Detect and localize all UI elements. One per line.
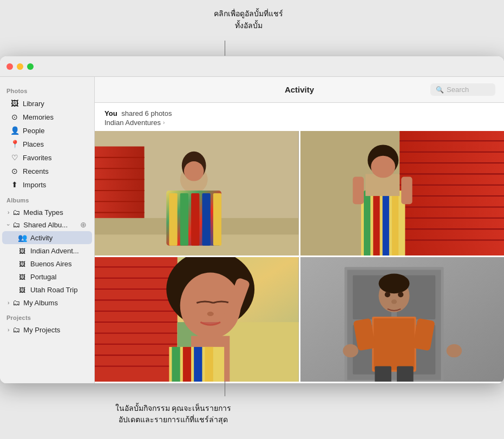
sidebar-item-places[interactable]: 📍 Places — [2, 137, 92, 150]
minimize-button[interactable] — [17, 63, 23, 70]
my-albums-icon: 🗂 — [11, 298, 21, 307]
add-shared-album-button[interactable]: ⊕ — [80, 220, 87, 229]
sidebar: Photos 🖼 Library ⊙ Memories 👤 People 📍 P… — [0, 77, 95, 383]
svg-rect-65 — [194, 347, 202, 382]
svg-rect-42 — [352, 176, 363, 204]
svg-rect-78 — [397, 366, 414, 382]
svg-rect-36 — [373, 191, 379, 255]
svg-rect-37 — [382, 191, 389, 255]
svg-rect-35 — [364, 191, 370, 255]
albums-section-label: Albums — [0, 192, 94, 206]
search-icon: 🔍 — [436, 86, 444, 94]
photos-section-label: Photos — [0, 82, 94, 96]
imports-icon: ⬆ — [10, 180, 19, 189]
svg-point-60 — [207, 312, 214, 316]
library-icon: 🖼 — [10, 99, 19, 108]
svg-rect-76 — [374, 318, 414, 370]
photo-cell-1[interactable] — [95, 131, 299, 255]
portugal-icon: 🖼 — [17, 273, 27, 281]
sidebar-item-activity[interactable]: 👥 Activity — [2, 231, 92, 244]
outer-wrapper: คลิกเพื่อดูอัลบั้มที่แชร์ ทั้งอัลบั้ม Ph… — [0, 11, 504, 429]
svg-point-41 — [371, 156, 395, 178]
activity-icon: 👥 — [17, 233, 27, 242]
photo-cell-4[interactable] — [300, 257, 505, 382]
svg-point-86 — [343, 344, 358, 357]
sidebar-item-favorites[interactable]: ♡ Favorites — [2, 151, 92, 164]
photo-1-image — [95, 131, 299, 255]
content-area: Activity 🔍 Search You shared 6 photos — [95, 77, 504, 383]
main-layout: Photos 🖼 Library ⊙ Memories 👤 People 📍 P… — [0, 77, 504, 383]
title-bar — [0, 56, 504, 77]
svg-rect-66 — [205, 347, 213, 382]
svg-point-87 — [446, 344, 461, 357]
svg-rect-17 — [191, 193, 199, 246]
album-link-chevron-icon: › — [163, 120, 165, 126]
svg-rect-63 — [172, 347, 180, 382]
my-albums-chevron-icon: › — [8, 300, 9, 306]
photo-4-image — [300, 257, 505, 382]
svg-rect-43 — [401, 176, 412, 204]
shared-albums-icon: 🗂 — [11, 220, 21, 229]
sidebar-item-shared-albums[interactable]: › 🗂 Shared Albu... ⊕ — [2, 219, 92, 231]
sidebar-item-buenos-aires[interactable]: 🖼 Buenos Aires — [2, 258, 92, 270]
sidebar-item-indian-adventures[interactable]: 🖼 Indian Advent... — [2, 245, 92, 257]
svg-rect-18 — [202, 193, 210, 246]
sidebar-item-people[interactable]: 👤 People — [2, 124, 92, 137]
svg-rect-64 — [183, 347, 191, 382]
sidebar-item-my-projects[interactable]: › 🗂 My Projects — [2, 324, 92, 336]
my-projects-chevron-icon: › — [8, 327, 9, 333]
activity-shared-count: shared 6 photos — [121, 109, 172, 117]
svg-rect-15 — [169, 193, 177, 246]
sidebar-item-library[interactable]: 🖼 Library — [2, 97, 92, 110]
content-title: Activity — [285, 85, 314, 94]
photo-3-image — [95, 257, 299, 382]
window-controls — [6, 63, 34, 70]
photo-cell-2[interactable] — [300, 131, 505, 255]
sidebar-item-recents[interactable]: ⊙ Recents — [2, 165, 92, 178]
svg-rect-19 — [213, 193, 221, 246]
recents-icon: ⊙ — [10, 167, 19, 175]
annotation-line-top — [225, 41, 225, 56]
buenos-aires-icon: 🖼 — [17, 260, 27, 268]
maximize-button[interactable] — [27, 63, 34, 70]
tooltip-bottom: ในอัลบั้มกิจกรรม คุณจะเห็นรายการ อัปเดตแ… — [54, 403, 292, 426]
my-projects-icon: 🗂 — [11, 325, 21, 334]
close-button[interactable] — [6, 63, 13, 70]
svg-point-80 — [378, 274, 409, 294]
svg-rect-38 — [391, 191, 398, 255]
photo-2-image — [300, 131, 505, 255]
sidebar-item-imports[interactable]: ⬆ Imports — [2, 178, 92, 191]
tooltip-top: คลิกเพื่อดูอัลบั้มที่แชร์ ทั้งอัลบั้ม — [214, 8, 283, 31]
utah-road-trip-icon: 🖼 — [17, 286, 27, 294]
svg-rect-23 — [400, 131, 504, 255]
svg-point-82 — [398, 292, 403, 297]
sidebar-item-media-types[interactable]: › 🗂 Media Types — [2, 206, 92, 218]
photo-grid — [95, 131, 504, 383]
places-icon: 📍 — [10, 140, 19, 148]
content-body: You shared 6 photos Indian Adventures › — [95, 103, 504, 383]
activity-info: You shared 6 photos Indian Adventures › — [95, 103, 504, 131]
favorites-icon: ♡ — [10, 153, 19, 162]
sidebar-item-portugal[interactable]: 🖼 Portugal — [2, 271, 92, 283]
sidebar-item-memories[interactable]: ⊙ Memories — [2, 110, 92, 123]
memories-icon: ⊙ — [10, 113, 19, 121]
content-header: Activity 🔍 Search — [95, 77, 504, 103]
search-box[interactable]: 🔍 Search — [430, 83, 495, 96]
chevron-right-icon: › — [8, 209, 9, 215]
chevron-down-icon: › — [5, 224, 11, 225]
people-icon: 👤 — [10, 126, 19, 135]
svg-rect-77 — [375, 366, 391, 382]
annotation-line-bottom — [225, 381, 225, 396]
sidebar-item-utah-road-trip[interactable]: 🖼 Utah Road Trip — [2, 284, 92, 296]
media-types-icon: 🗂 — [11, 208, 21, 217]
projects-section-label: Projects — [0, 309, 94, 323]
photo-cell-3[interactable] — [95, 257, 299, 382]
svg-point-83 — [391, 299, 396, 304]
app-window: Photos 🖼 Library ⊙ Memories 👤 People 📍 P… — [0, 56, 504, 383]
svg-rect-45 — [95, 257, 178, 382]
activity-shared-text: You shared 6 photos — [104, 109, 494, 117]
sidebar-item-my-albums[interactable]: › 🗂 My Albums — [2, 297, 92, 309]
svg-rect-16 — [180, 193, 188, 246]
svg-point-21 — [184, 161, 204, 181]
activity-album-link[interactable]: Indian Adventures › — [104, 119, 494, 127]
